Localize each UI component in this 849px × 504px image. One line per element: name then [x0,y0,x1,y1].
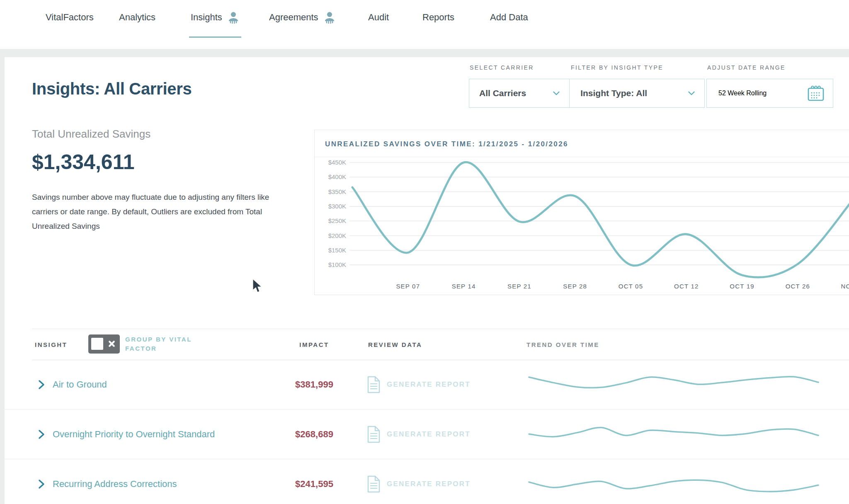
savings-line-chart: $450K$400K$350K$300K$250K$200K$150K$100K… [315,158,849,295]
insight-type-select-value: Insight Type: All [580,88,647,98]
impact-value: $241,595 [287,479,341,489]
insight-link[interactable]: Overnight Priority to Overnight Standard [53,429,215,440]
insight-type-filter-label: FILTER BY INSIGHT TYPE [571,64,663,71]
column-header-impact: IMPACT [287,341,341,348]
carrier-select-value: All Carriers [479,88,526,98]
nav-item-insights[interactable]: Insights [191,0,240,35]
generate-report-label: GENERATE REPORT [387,430,471,439]
app-screen: VitalFactors Analytics Insights Agreemen… [0,0,849,504]
generate-report-button[interactable]: GENERATE REPORT [367,475,471,493]
y-tick-label: $100K [328,261,346,268]
impact-value: $268,689 [287,429,341,440]
x-tick-label: OCT 26 [786,283,810,290]
chart-title: UNREALIZED SAVINGS OVER TIME: 1/21/2025 … [325,140,568,148]
person-icon [323,10,337,24]
y-tick-label: $450K [328,159,346,166]
table-row: Overnight Priority to Overnight Standard… [0,410,849,459]
savings-chart-card: UNREALIZED SAVINGS OVER TIME: 1/21/2025 … [314,130,849,295]
generate-report-label: GENERATE REPORT [387,380,471,389]
date-range-value: 52 Week Rolling [718,90,767,97]
x-tick-label: OCT 05 [619,283,643,290]
document-icon [367,426,381,443]
active-tab-underline [189,36,241,38]
date-range-picker[interactable]: 52 Week Rolling [706,79,833,108]
x-tick-label: SEP 21 [507,283,531,290]
y-tick-label: $150K [328,247,346,254]
insight-type-select[interactable]: Insight Type: All [569,79,704,107]
trend-sparkline [526,412,821,457]
nav-item-vitalfactors[interactable]: VitalFactors [46,0,94,35]
group-by-toggle[interactable] [88,334,120,354]
mouse-cursor [252,279,263,294]
stat-note: Savings number above may fluctuate due t… [32,190,287,233]
document-icon [367,376,381,393]
chevron-down-icon [686,88,697,99]
expand-chevron-icon[interactable] [36,429,46,440]
table-top-divider [32,329,849,329]
y-tick-label: $350K [328,188,346,195]
chart-title-divider [315,157,849,157]
generate-report-button[interactable]: GENERATE REPORT [367,426,471,443]
stat-label: Total Unrealized Savings [32,128,150,141]
y-tick-label: $250K [328,217,346,224]
nav-item-audit[interactable]: Audit [368,0,389,35]
nav-item-reports[interactable]: Reports [422,0,454,35]
stat-value: $1,334,611 [32,150,135,174]
select-carrier-label: SELECT CARRIER [470,64,534,71]
nav-label: Reports [422,12,454,23]
person-icon [226,10,240,24]
sparkline-path [529,427,818,436]
document-icon [367,475,381,493]
x-tick-label: SEP 07 [396,283,420,290]
table-row: Air to Ground $381,999 GENERATE REPORT [0,360,849,410]
insight-link[interactable]: Recurring Address Corrections [53,479,177,489]
savings-line [352,162,849,277]
top-navbar: VitalFactors Analytics Insights Agreemen… [0,0,849,49]
table-row: Recurring Address Corrections $241,595 G… [0,459,849,504]
x-tick-label: NOV 02 [841,283,849,290]
nav-label: Audit [368,12,389,23]
filter-group: All Carriers Insight Type: All [469,79,705,108]
calendar-icon [806,84,825,103]
nav-item-agreements[interactable]: Agreements [269,0,337,35]
carrier-select[interactable]: All Carriers [469,79,569,107]
expand-chevron-icon[interactable] [36,379,46,390]
x-tick-label: OCT 12 [674,283,699,290]
nav-label: Insights [191,12,222,23]
column-header-group-by-vital-factor: GROUP BY VITAL FACTOR [125,335,198,353]
sparkline-path [529,480,818,492]
y-tick-label: $200K [328,232,346,239]
trend-sparkline [526,362,821,407]
page-title: Insights: All Carriers [32,80,192,98]
trend-sparkline [526,461,821,504]
y-tick-label: $400K [328,173,346,180]
toggle-off-x-icon [107,339,116,348]
x-tick-label: SEP 14 [452,283,476,290]
nav-label: Agreements [269,12,318,23]
x-tick-label: SEP 28 [563,283,587,290]
sparkline-path [529,376,818,388]
nav-label: Analytics [119,12,155,23]
y-tick-label: $300K [328,203,346,210]
date-range-label: ADJUST DATE RANGE [707,64,786,71]
column-header-insight: INSIGHT [35,341,67,348]
column-header-trend-over-time: TREND OVER TIME [526,341,599,348]
insight-link[interactable]: Air to Ground [53,379,107,390]
toggle-knob [91,338,103,350]
nav-label: Add Data [490,12,528,23]
nav-label: VitalFactors [46,12,94,23]
nav-item-add-data[interactable]: Add Data [490,0,528,35]
chevron-down-icon [551,88,562,99]
impact-value: $381,999 [287,379,341,390]
column-header-review-data: REVIEW DATA [368,341,422,348]
x-tick-label: OCT 19 [730,283,754,290]
generate-report-button[interactable]: GENERATE REPORT [367,376,471,393]
expand-chevron-icon[interactable] [36,479,46,489]
nav-item-analytics[interactable]: Analytics [119,0,155,35]
generate-report-label: GENERATE REPORT [387,480,471,488]
